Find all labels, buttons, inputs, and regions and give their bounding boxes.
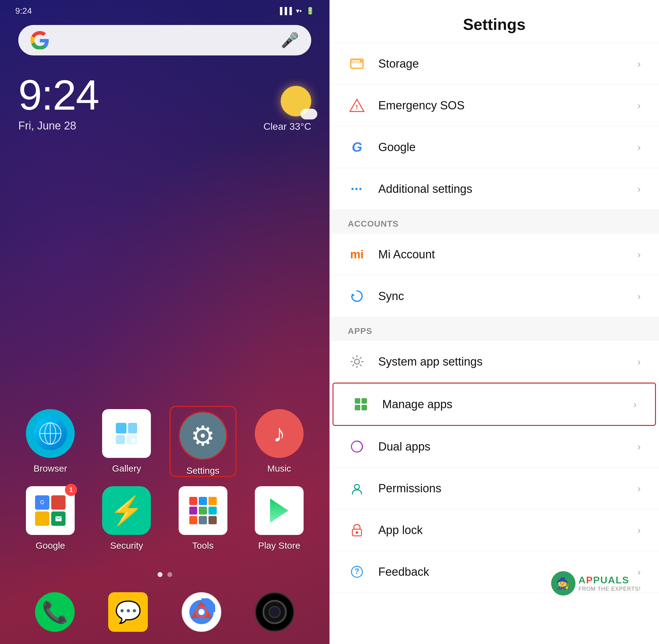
settings-item-system[interactable]: System app settings › bbox=[329, 341, 659, 383]
google-chevron: › bbox=[637, 142, 641, 153]
system-label: System app settings bbox=[378, 355, 637, 368]
svg-marker-22 bbox=[352, 293, 355, 297]
storage-label: Storage bbox=[378, 57, 637, 70]
svg-rect-6 bbox=[128, 423, 137, 434]
weather-icon bbox=[281, 86, 311, 116]
emergency-label: Emergency SOS bbox=[378, 99, 637, 112]
weather-info: Clear 33°C bbox=[263, 121, 311, 132]
settings-icon: ⚙ bbox=[179, 411, 227, 460]
settings-item-additional[interactable]: ••• Additional settings › bbox=[329, 168, 659, 210]
app-playstore[interactable]: Play Store bbox=[246, 486, 313, 551]
svg-rect-27 bbox=[361, 405, 367, 410]
svg-rect-25 bbox=[361, 398, 367, 404]
playstore-icon bbox=[255, 486, 304, 535]
chrome-svg bbox=[188, 598, 215, 626]
bottom-dock: 📞 💬 bbox=[0, 583, 329, 644]
gear-icon: ⚙ bbox=[191, 420, 215, 452]
dock-phone[interactable]: 📞 bbox=[21, 592, 88, 635]
svg-marker-11 bbox=[270, 498, 288, 523]
svg-text:?: ? bbox=[354, 567, 359, 576]
settings-title: Settings bbox=[348, 15, 641, 33]
settings-item-google[interactable]: G Google › bbox=[329, 127, 659, 168]
applock-chevron: › bbox=[637, 525, 641, 536]
storage-icon bbox=[348, 54, 366, 73]
system-icon bbox=[348, 352, 366, 371]
svg-point-16 bbox=[198, 609, 204, 615]
browser-icon bbox=[26, 409, 75, 458]
security-icon: ⚡ bbox=[102, 486, 151, 535]
settings-item-permissions[interactable]: Permissions › bbox=[329, 468, 659, 509]
settings-header: Settings bbox=[329, 0, 659, 43]
app-row-1: Browser Gallery bbox=[12, 406, 317, 477]
applock-label: App lock bbox=[378, 524, 637, 537]
emergency-icon: ! bbox=[348, 96, 366, 115]
dock-messages[interactable]: 💬 bbox=[94, 592, 161, 635]
settings-item-feedback[interactable]: ? Feedback › 🧙 APPUALS FROM THE EXPERTS! bbox=[329, 551, 659, 593]
dot-inactive bbox=[167, 572, 172, 577]
settings-item-dual[interactable]: Dual apps › bbox=[329, 426, 659, 468]
settings-list: Storage › ! Emergency SOS › G Google › •… bbox=[329, 43, 659, 644]
svg-rect-24 bbox=[355, 398, 360, 404]
settings-item-storage[interactable]: Storage › bbox=[329, 43, 659, 85]
google-settings-label: Google bbox=[378, 141, 637, 154]
feedback-icon: ? bbox=[348, 563, 366, 581]
settings-item-applock[interactable]: App lock › bbox=[329, 509, 659, 551]
app-gallery[interactable]: Gallery bbox=[93, 409, 160, 474]
sync-label: Sync bbox=[378, 290, 637, 303]
settings-item-manage[interactable]: Manage apps › bbox=[333, 383, 656, 426]
svg-point-29 bbox=[354, 484, 359, 489]
app-browser[interactable]: Browser bbox=[17, 409, 84, 474]
svg-point-23 bbox=[354, 359, 359, 364]
sync-chevron: › bbox=[637, 291, 641, 302]
page-dots bbox=[0, 572, 329, 577]
additional-label: Additional settings bbox=[378, 182, 637, 196]
storage-chevron: › bbox=[637, 58, 641, 69]
music-icon: ♪ bbox=[255, 409, 304, 458]
gallery-svg bbox=[111, 418, 142, 449]
playstore-svg bbox=[264, 495, 294, 526]
app-music[interactable]: ♪ Music bbox=[246, 409, 313, 474]
emergency-chevron: › bbox=[637, 100, 641, 111]
dual-icon bbox=[348, 437, 366, 456]
settings-item-emergency[interactable]: ! Emergency SOS › bbox=[329, 85, 659, 127]
dock-camera[interactable] bbox=[241, 592, 308, 635]
app-tools[interactable]: Tools bbox=[170, 486, 237, 551]
permissions-label: Permissions bbox=[378, 482, 637, 495]
additional-chevron: › bbox=[637, 183, 641, 195]
svg-rect-5 bbox=[116, 423, 127, 434]
app-google[interactable]: 1 G Google bbox=[17, 486, 84, 551]
signal-icon: ▐▐▐ bbox=[278, 7, 292, 15]
gallery-label: Gallery bbox=[112, 463, 141, 474]
dual-label: Dual apps bbox=[378, 440, 637, 453]
permissions-icon bbox=[348, 479, 366, 498]
app-security[interactable]: ⚡ Security bbox=[93, 486, 160, 551]
mic-icon[interactable]: 🎤 bbox=[281, 32, 299, 49]
sync-icon bbox=[348, 287, 366, 305]
mi-icon: mi bbox=[348, 245, 366, 263]
playstore-label: Play Store bbox=[258, 540, 300, 551]
app-grid: Browser Gallery bbox=[0, 406, 329, 566]
google-logo bbox=[30, 31, 49, 49]
settings-item-mi[interactable]: mi Mi Account › bbox=[329, 234, 659, 275]
wifi-icon: ▾• bbox=[296, 7, 302, 15]
applock-icon bbox=[348, 521, 366, 539]
svg-rect-7 bbox=[116, 435, 125, 444]
app-row-2: 1 G Google bbox=[12, 486, 317, 551]
appuals-watermark: 🧙 APPUALS FROM THE EXPERTS! bbox=[551, 571, 641, 596]
system-chevron: › bbox=[637, 356, 641, 367]
google-label: Google bbox=[36, 540, 65, 551]
dual-chevron: › bbox=[637, 441, 641, 452]
settings-item-sync[interactable]: Sync › bbox=[329, 275, 659, 317]
accounts-section-header: ACCOUNTS bbox=[329, 210, 659, 234]
date-display: Fri, June 28 bbox=[18, 119, 99, 132]
svg-point-19 bbox=[360, 60, 362, 62]
dot-active bbox=[158, 572, 162, 577]
manage-icon bbox=[352, 395, 370, 413]
status-bar: 9:24 ▐▐▐ ▾• 🔋 bbox=[0, 0, 329, 19]
phone-panel: 9:24 ▐▐▐ ▾• 🔋 🎤 9:24 Fri, June 28 Clea bbox=[0, 0, 329, 644]
note-icon: ♪ bbox=[273, 419, 285, 447]
dock-chrome[interactable] bbox=[168, 592, 235, 635]
search-bar[interactable]: 🎤 bbox=[18, 25, 311, 55]
settings-label: Settings bbox=[186, 465, 219, 476]
app-settings[interactable]: ⚙ Settings bbox=[170, 406, 237, 477]
